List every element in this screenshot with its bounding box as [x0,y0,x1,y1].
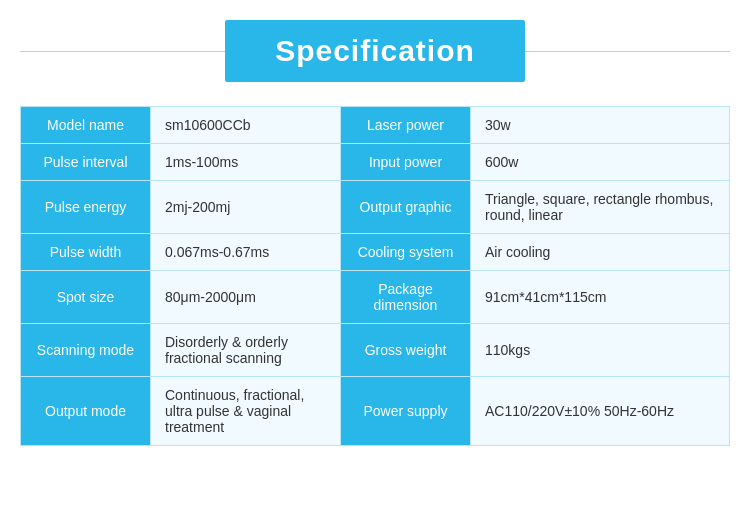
value-left-0: sm10600CCb [151,107,341,144]
value-right-1: 600w [471,144,730,181]
table-row: Scanning modeDisorderly & orderly fracti… [21,324,730,377]
label-right-4: Package dimension [341,271,471,324]
label-left-6: Output mode [21,377,151,446]
table-row: Output modeContinuous, fractional, ultra… [21,377,730,446]
label-left-1: Pulse interval [21,144,151,181]
label-right-6: Power supply [341,377,471,446]
value-left-5: Disorderly & orderly fractional scanning [151,324,341,377]
label-left-5: Scanning mode [21,324,151,377]
label-left-2: Pulse energy [21,181,151,234]
table-row: Pulse interval1ms-100msInput power600w [21,144,730,181]
value-right-6: AC110/220V±10% 50Hz-60Hz [471,377,730,446]
label-right-2: Output graphic [341,181,471,234]
value-left-6: Continuous, fractional, ultra pulse & va… [151,377,341,446]
value-right-2: Triangle, square, rectangle rhombus, rou… [471,181,730,234]
table-row: Pulse energy2mj-200mjOutput graphicTrian… [21,181,730,234]
page-title: Specification [225,20,525,82]
title-area: Specification [20,20,730,82]
value-left-2: 2mj-200mj [151,181,341,234]
value-left-4: 80μm-2000μm [151,271,341,324]
table-row: Spot size80μm-2000μmPackage dimension91c… [21,271,730,324]
label-right-0: Laser power [341,107,471,144]
value-left-1: 1ms-100ms [151,144,341,181]
label-left-0: Model name [21,107,151,144]
value-right-5: 110kgs [471,324,730,377]
label-right-1: Input power [341,144,471,181]
label-right-3: Cooling system [341,234,471,271]
page-wrapper: Specification Model namesm10600CCbLaser … [0,0,750,466]
value-right-3: Air cooling [471,234,730,271]
label-left-4: Spot size [21,271,151,324]
value-right-4: 91cm*41cm*115cm [471,271,730,324]
spec-table: Model namesm10600CCbLaser power30wPulse … [20,106,730,446]
table-row: Pulse width0.067ms-0.67msCooling systemA… [21,234,730,271]
value-left-3: 0.067ms-0.67ms [151,234,341,271]
table-row: Model namesm10600CCbLaser power30w [21,107,730,144]
label-right-5: Gross weight [341,324,471,377]
label-left-3: Pulse width [21,234,151,271]
value-right-0: 30w [471,107,730,144]
